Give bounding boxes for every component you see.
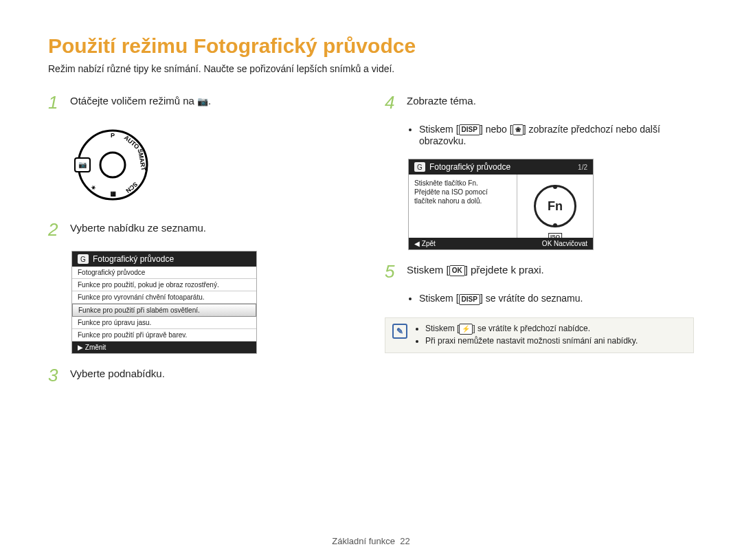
macro-key: ❀	[513, 124, 524, 135]
tip-line-2: Při praxi nemůžete nastavit možnosti sní…	[425, 336, 638, 346]
tip-note: ✎ Stiskem [⚡] se vrátíte k předchozí nab…	[385, 317, 694, 353]
lcd-theme-line: Přejděte na ISO pomocí	[414, 188, 511, 197]
step-number-3: 3	[48, 366, 63, 384]
svg-text:📷: 📷	[78, 160, 87, 169]
step-4-text: Zobrazte téma.	[407, 93, 476, 108]
page-footer: Základní funkce 22	[0, 536, 742, 546]
step-number-4: 4	[385, 93, 400, 111]
lcd2-back: ◀ Zpět	[414, 240, 436, 247]
lcd-footer-change: ▶ Změnit	[78, 344, 106, 351]
lcd2-header-title: Fotografický průvodce	[429, 162, 510, 172]
disp-key: DISP	[459, 124, 480, 135]
step-5-bullet: Stiskem [DISP] se vrátíte do seznamu.	[419, 293, 694, 304]
svg-point-1	[100, 153, 125, 177]
lcd-theme-screen: G Fotografický průvodce 1/2 Stiskněte tl…	[408, 159, 594, 250]
lcd-menu-row: Funkce pro vyrovnání chvění fotoaparátu.	[72, 291, 256, 304]
flash-key: ⚡	[459, 324, 473, 335]
guide-icon: G	[78, 254, 89, 264]
step-2-text: Vyberte nabídku ze seznamu.	[70, 221, 206, 235]
ok-key: OK	[449, 265, 465, 276]
step-3-text: Vyberte podnabídku.	[70, 366, 165, 381]
intro-text: Režim nabízí různé tipy ke snímání. Nauč…	[48, 63, 694, 74]
mode-dial: P AUTO SMART SCN ▦ ✶ 📷	[71, 124, 357, 208]
fn-dial-graphic: Fn ISO	[534, 185, 576, 227]
step-number-2: 2	[48, 221, 63, 238]
note-icon: ✎	[392, 324, 407, 339]
iso-label: ISO	[548, 233, 562, 240]
lcd2-practice: OK Nacvičovat	[542, 240, 587, 247]
guide-icon: G	[414, 162, 425, 172]
lcd-theme-line: tlačítek nahoru a dolů.	[414, 197, 511, 205]
svg-text:▦: ▦	[110, 191, 116, 198]
lcd-menu-row: Fotografický průvodce	[72, 267, 256, 279]
lcd-menu-screen: G Fotografický průvodce Fotografický prů…	[71, 251, 257, 354]
lcd-theme-line: Stiskněte tlačítko Fn.	[414, 179, 511, 188]
step-5-text: Stiskem [OK] přejdete k praxi.	[407, 262, 544, 277]
lcd-menu-row: Funkce pro použití, pokud je obraz rozos…	[72, 279, 256, 291]
lcd-menu-row: Funkce pro použití při slabém osvětlení.	[72, 304, 256, 317]
lcd2-page-indicator: 1/2	[578, 164, 587, 171]
lcd-menu-row: Funkce pro úpravu jasu.	[72, 317, 256, 329]
step-1-text: Otáčejte voličem režimů na 📷.	[70, 93, 211, 108]
lcd-menu-row: Funkce pro použití při úpravě barev.	[72, 329, 256, 341]
tip-line-1: Stiskem [⚡] se vrátíte k předchozí nabíd…	[425, 324, 638, 335]
step-number-5: 5	[385, 262, 400, 280]
svg-text:P: P	[111, 132, 115, 139]
guide-mode-icon: 📷	[197, 96, 208, 108]
disp-key: DISP	[459, 294, 480, 305]
step-number-1: 1	[48, 93, 63, 111]
page-title: Použití režimu Fotografický průvodce	[48, 34, 694, 58]
step-4-bullet: Stiskem [DISP] nebo [❀] zobrazíte předch…	[419, 124, 694, 146]
lcd-header-title: Fotografický průvodce	[93, 254, 174, 264]
